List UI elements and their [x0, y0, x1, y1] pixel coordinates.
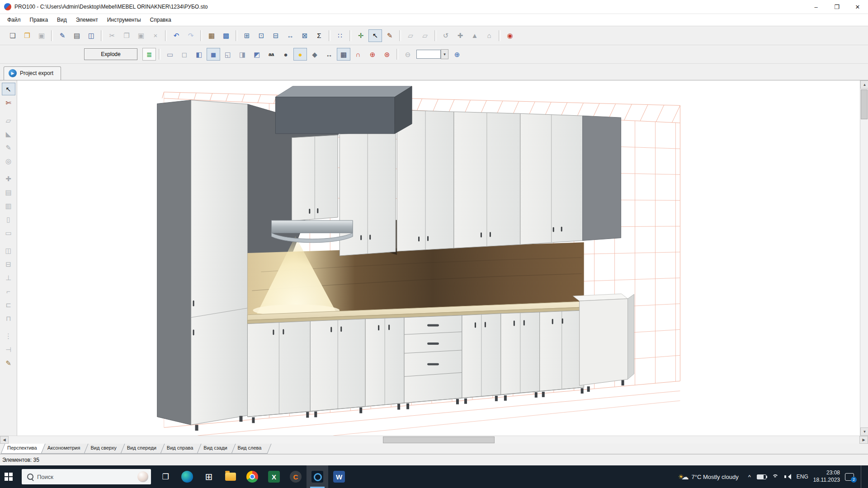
- floor-tool-icon[interactable]: ▥: [2, 199, 15, 212]
- menu-view[interactable]: Вид: [52, 15, 71, 25]
- taskbar-app-widgets[interactable]: ⊞: [198, 465, 220, 488]
- about-icon[interactable]: ◉: [503, 29, 517, 42]
- zoom-dropdown-arrow[interactable]: ▾: [441, 49, 448, 59]
- hscroll-track[interactable]: [9, 436, 859, 444]
- wall-tool-icon[interactable]: ▤: [2, 186, 15, 198]
- page-setup-icon[interactable]: ✎: [56, 29, 69, 42]
- snap-magnet-icon[interactable]: ∩: [351, 48, 365, 61]
- grid-check-icon[interactable]: ▩: [219, 29, 233, 42]
- view-tab-perspective[interactable]: Перспектива: [0, 444, 43, 454]
- open-file-icon[interactable]: ❐: [20, 29, 34, 42]
- viewport-3d[interactable]: [17, 80, 860, 436]
- view-color-icon[interactable]: ◧: [192, 48, 206, 61]
- shadow-icon[interactable]: ●: [279, 48, 292, 61]
- view-tab-left[interactable]: Вид слева: [231, 444, 268, 454]
- dimensions-icon[interactable]: ↔: [322, 48, 336, 61]
- list-tool-icon[interactable]: ⋮: [2, 329, 15, 342]
- view-transparent-icon[interactable]: ◨: [236, 48, 249, 61]
- show-desktop-button[interactable]: [861, 465, 863, 488]
- view-tab-right[interactable]: Вид справа: [160, 444, 199, 454]
- draw-icon[interactable]: ✎: [383, 29, 396, 42]
- structure-icon[interactable]: ▦: [205, 29, 218, 42]
- wifi-icon[interactable]: [771, 474, 779, 480]
- report-icon[interactable]: ⊞: [240, 29, 254, 42]
- close-button[interactable]: ✕: [847, 0, 868, 14]
- vertical-scrollbar[interactable]: ▲ ▼: [860, 80, 868, 436]
- volume-icon[interactable]: [784, 474, 792, 479]
- menu-element[interactable]: Элемент: [71, 15, 103, 25]
- cooker-hood[interactable]: [271, 221, 353, 233]
- taskbar-app-task-view[interactable]: ❐: [155, 465, 176, 488]
- start-button[interactable]: [0, 465, 22, 488]
- zoom-level-combo[interactable]: ▾: [416, 49, 448, 59]
- view-tab-front[interactable]: Вид спереди: [120, 444, 162, 454]
- menu-help[interactable]: Справка: [146, 15, 176, 25]
- align-horizontal-icon[interactable]: ▱: [404, 29, 417, 42]
- grid-icon[interactable]: ▦: [337, 48, 350, 61]
- dim-tool-icon[interactable]: ⊣: [2, 343, 15, 356]
- select-tool-icon[interactable]: ↖: [2, 83, 15, 95]
- save-icon[interactable]: ▣: [35, 29, 48, 42]
- select-pointer-icon[interactable]: ↖: [368, 29, 382, 42]
- scroll-up-button[interactable]: ▲: [860, 80, 868, 89]
- view-outline-icon[interactable]: ◱: [221, 48, 235, 61]
- pan-tool-icon[interactable]: ✚: [2, 172, 15, 185]
- cut-icon[interactable]: ✂: [105, 29, 119, 42]
- cut-list-icon[interactable]: ⊟: [269, 29, 283, 42]
- drawer-unit[interactable]: [404, 315, 462, 403]
- hidden-icons-chevron[interactable]: ^: [747, 474, 752, 480]
- tall-cabinet-front[interactable]: [191, 100, 248, 425]
- scroll-down-button[interactable]: ▼: [860, 427, 868, 436]
- slot-tool-icon[interactable]: ⊓: [2, 312, 15, 324]
- target-tool-icon[interactable]: ◎: [2, 155, 15, 167]
- menu-file[interactable]: Файл: [3, 15, 25, 25]
- kitchen-model[interactable]: [157, 86, 634, 431]
- maximize-button[interactable]: ❐: [826, 0, 847, 14]
- frame-tool-icon[interactable]: ⊏: [2, 298, 15, 311]
- taskbar-app-edge[interactable]: [176, 465, 198, 488]
- price-list-icon[interactable]: ⊠: [298, 29, 311, 42]
- taskbar-app-pro100[interactable]: [307, 465, 328, 488]
- vscroll-thumb[interactable]: [861, 89, 868, 119]
- beam-tool-icon[interactable]: ▭: [2, 226, 15, 239]
- column-tool-icon[interactable]: ▯: [2, 213, 15, 225]
- shape-tool-icon[interactable]: ▱: [2, 114, 15, 127]
- cut-tool-icon[interactable]: ✄: [2, 96, 15, 109]
- pencil-tool-icon[interactable]: ✎: [2, 357, 15, 369]
- taskbar-app-chrome[interactable]: [241, 465, 263, 488]
- horizontal-scrollbar[interactable]: ◀ ▶: [0, 436, 868, 444]
- search-box[interactable]: Поиск: [22, 469, 151, 484]
- move-all-icon[interactable]: ✚: [453, 29, 467, 42]
- battery-icon[interactable]: [757, 474, 766, 479]
- dimension-report-icon[interactable]: ↔: [283, 29, 297, 42]
- antialiasing-icon[interactable]: aa: [264, 48, 278, 61]
- corner-tool-icon[interactable]: ◣: [2, 127, 15, 140]
- zoom-out-icon[interactable]: ⊖: [401, 48, 415, 61]
- zoom-in-icon[interactable]: ⊕: [450, 48, 464, 61]
- taskbar-app-word[interactable]: W: [328, 465, 350, 488]
- scroll-right-button[interactable]: ▶: [859, 436, 868, 444]
- menu-tools[interactable]: Инструменты: [103, 15, 146, 25]
- explode-button[interactable]: Explode: [84, 48, 137, 60]
- taskbar-app-excel[interactable]: X: [263, 465, 285, 488]
- copy-icon[interactable]: ❐: [120, 29, 133, 42]
- move-icon[interactable]: ✛: [354, 29, 368, 42]
- soffit-top[interactable]: [275, 86, 412, 97]
- minimize-button[interactable]: –: [806, 0, 826, 14]
- zoom-value[interactable]: [416, 50, 441, 59]
- exploded-parts-icon[interactable]: ≣: [142, 48, 156, 61]
- profile-tool-icon[interactable]: ⌐: [2, 285, 15, 297]
- view-white-icon[interactable]: ◻: [178, 48, 191, 61]
- redo-icon[interactable]: ↷: [184, 29, 198, 42]
- view-tab-axonometry[interactable]: Аксонометрия: [41, 444, 86, 454]
- home-icon[interactable]: ⌂: [482, 29, 496, 42]
- materials-icon[interactable]: ◆: [308, 48, 321, 61]
- view-shaded-icon[interactable]: ◩: [250, 48, 264, 61]
- hscroll-thumb[interactable]: [383, 436, 495, 443]
- view-wireframe-icon[interactable]: ▭: [163, 48, 177, 61]
- level-icon[interactable]: ▲: [468, 29, 481, 42]
- rotate-left-icon[interactable]: ↺: [439, 29, 453, 42]
- align-vertical-icon[interactable]: ▱: [418, 29, 432, 42]
- delete-icon[interactable]: ×: [149, 29, 162, 42]
- scroll-left-button[interactable]: ◀: [0, 436, 9, 444]
